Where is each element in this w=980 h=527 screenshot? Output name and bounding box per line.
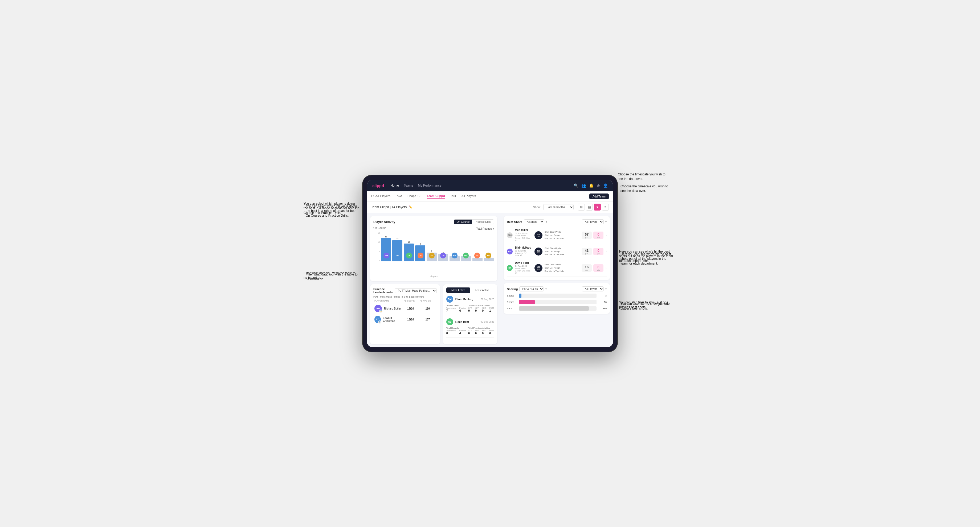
active-player-blair: BM Blair McHarg 26 Aug 2023 Total Rounds (446, 296, 494, 315)
view-list-btn[interactable]: ≡ (602, 204, 609, 211)
nav-my-performance[interactable]: My Performance (418, 184, 442, 187)
sc-title: Scoring (507, 287, 518, 290)
shot-chevron-david[interactable]: › (606, 266, 607, 270)
edit-icon[interactable]: ✏️ (409, 205, 412, 209)
score-row-birdies: Birdies 96 (507, 300, 607, 304)
main-content: Player Activity On Course Practice Drill… (367, 213, 613, 347)
rees-tournament: Tournament 8 (446, 330, 456, 335)
tab-pgat-players[interactable]: PGAT Players (371, 194, 390, 198)
drill-subtitle: PUTT Must Make Putting (3-6 ft), Last 3 … (373, 295, 437, 298)
score-label-birdies: Birdies (507, 301, 517, 303)
avatar-d-ford: DF (406, 252, 412, 259)
team-name: Team Clippd | 14 Players (371, 205, 407, 209)
tab-most-active[interactable]: Most Active (446, 287, 470, 293)
people-icon[interactable]: 👥 (581, 183, 586, 187)
avatar-m-miller: MM (463, 252, 469, 259)
sc-players-dropdown-icon[interactable]: ▾ (605, 287, 607, 290)
shot-details-matt: Shot Dist: 67 ydsStart Lie: RoughEnd Lie… (545, 230, 579, 240)
active-player-header-rees: RB Rees Britt 02 Sep 2023 (446, 318, 494, 325)
scoring-card: Scoring Par 3, 4 & 5s ▾ All Players ▾ (504, 283, 610, 314)
practice-drills-btn[interactable]: Practice Drills (472, 220, 494, 224)
avatar-d-billingham: DB (440, 252, 446, 259)
nav-links: Home Teams My Performance (390, 184, 567, 187)
lb-badge-2: 🥈 (378, 321, 381, 324)
active-player-header-blair: BM Blair McHarg 26 Aug 2023 (446, 296, 494, 303)
ann-timescale: Choose the timescale you wish to see the… (620, 184, 673, 194)
shot-stat-zero-david: 0 yds (593, 264, 603, 272)
annotation-top-right: Choose the timescale you wish to see the… (618, 172, 671, 181)
score-value-eagles: 3 (599, 294, 607, 297)
tab-pga[interactable]: PGA (396, 194, 402, 198)
rees-practice-values: GTT 0 APP 0 (468, 330, 494, 335)
shot-row-matt-miller: MM Matt Miller 09 Jun 2023 · Royal North… (507, 227, 607, 244)
rees-rounds-label: Total Rounds (446, 327, 466, 329)
shot-stat-dist-blair: 43 yds (582, 248, 592, 255)
search-icon[interactable]: 🔍 (574, 183, 578, 187)
y-label-10: 10 (378, 241, 380, 243)
shot-name-matt: Matt Miller (515, 229, 532, 232)
blair-gtt: GTT 0 (468, 307, 472, 312)
add-circle-icon[interactable]: ⊕ (597, 183, 600, 187)
lb-col-pb-score: PB SCORE (404, 300, 420, 302)
active-player-rees: RB Rees Britt 02 Sep 2023 Total Rounds (446, 318, 494, 338)
bs-players-filter[interactable]: All Players (582, 219, 604, 224)
y-axis: 15 10 5 0 (373, 232, 381, 261)
score-bar-pars (519, 306, 589, 311)
blair-rounds-label: Total Rounds (446, 304, 466, 306)
view-grid-btn[interactable]: ⊞ (578, 204, 585, 211)
blair-practice-label: Total Practice Activities (468, 304, 494, 306)
ann-best-player: You can select which player is doing the… (306, 204, 360, 218)
blair-rounds: Total Rounds Tournament 7 Practice (446, 304, 466, 312)
rees-rounds: Total Rounds Tournament 8 Practice (446, 327, 466, 335)
nav-teams[interactable]: Teams (404, 184, 413, 187)
rees-stats-grid: Total Rounds Tournament 8 Practice (446, 327, 494, 335)
shot-details-david: Shot Dist: 16 ydsStart Lie: RoughEnd Lie… (545, 263, 579, 273)
view-card-btn[interactable]: ▦ (586, 204, 593, 211)
lb-name-1: Richard Butler (384, 307, 401, 310)
tab-team-clippd[interactable]: Team Clippd (427, 194, 445, 198)
rees-arg: ARG 0 (482, 330, 486, 335)
tab-hcaps[interactable]: Hcaps 1-5 (407, 194, 421, 198)
lb-avatar-2: EC 🥈 (374, 316, 381, 323)
lb-col-name: PLAYER NAME (374, 300, 404, 302)
total-rounds-dropdown-icon[interactable]: ▾ (493, 227, 494, 230)
drill-dropdown[interactable]: PUTT Must Make Putting ... (395, 288, 437, 293)
shot-chevron-blair[interactable]: › (606, 250, 607, 253)
sc-par-dropdown-icon[interactable]: ▾ (546, 287, 547, 290)
shot-stats-matt: 67 yds 0 yds (582, 232, 603, 239)
bs-players-dropdown-icon[interactable]: ▾ (605, 221, 607, 223)
blair-practice-values: GTT 0 APP 0 (468, 307, 494, 312)
score-bar-container-eagles (519, 294, 597, 298)
avatar-e-ebert: EE (429, 252, 434, 259)
nav-home[interactable]: Home (390, 184, 399, 187)
sc-par-filter[interactable]: Par 3, 4 & 5s (519, 286, 544, 291)
tab-least-active[interactable]: Least Active (470, 287, 494, 293)
rees-practice-activities: Total Practice Activities GTT 0 APP (468, 327, 494, 335)
add-team-button[interactable]: Add Team (589, 194, 609, 199)
avatar-j-coles: JC (418, 252, 423, 259)
sc-players-filter[interactable]: All Players (582, 286, 604, 291)
tab-tour[interactable]: Tour (450, 194, 456, 198)
on-course-btn[interactable]: On Course (454, 220, 472, 224)
rees-app: APP 0 (475, 330, 479, 335)
avatar-b-mcharg: BM (383, 252, 389, 259)
score-bar-container-pars (519, 306, 597, 311)
player-activity-header: Player Activity On Course Practice Drill… (373, 219, 494, 224)
bars-area: 13 12 10 (381, 232, 494, 261)
left-panel: Player Activity On Course Practice Drill… (367, 213, 500, 347)
shot-name-david: David Ford (515, 261, 532, 264)
tab-all-players[interactable]: All Players (461, 194, 476, 198)
avatar-r-butler: RB (452, 252, 458, 259)
show-dropdown[interactable]: Last 3 months Last 6 months Last 12 mont… (543, 204, 574, 210)
shot-chevron-matt[interactable]: › (606, 233, 607, 237)
score-row-eagles: Eagles 3 (507, 294, 607, 298)
shot-badge-blair: 200 SG (535, 248, 542, 256)
view-heart-btn[interactable]: ♥ (594, 204, 601, 211)
blair-practice: Practice 6 (460, 307, 466, 312)
user-circle-icon[interactable]: 👤 (603, 183, 608, 187)
bs-shots-dropdown-icon[interactable]: ▾ (546, 221, 547, 223)
lb-badge-1: 🥇 (379, 310, 382, 313)
bs-shots-filter[interactable]: All Shots Approach Drive Chip (524, 219, 544, 224)
bell-icon[interactable]: 🔔 (589, 183, 593, 187)
shot-row-blair-mcharg: BM Blair McHarg 23 Jul 2023 · Ashridge G… (507, 244, 607, 259)
